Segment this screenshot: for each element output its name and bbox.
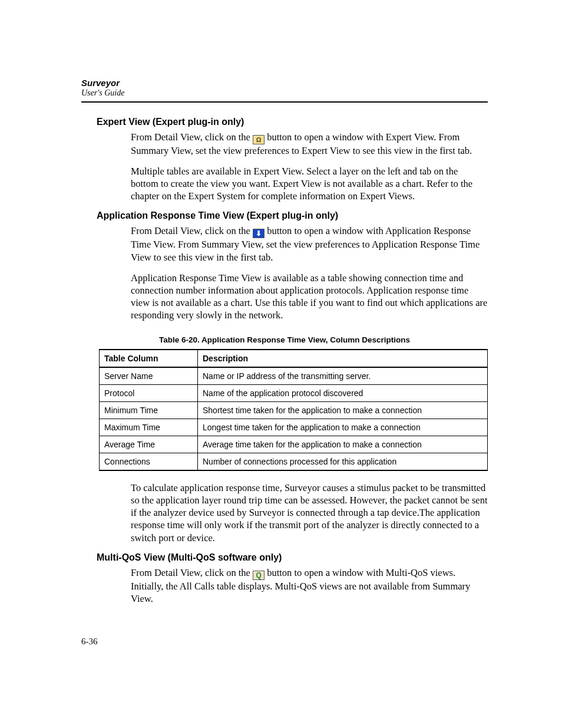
cell-desc: Average time taken for the application t… [198,436,488,453]
doc-title: Surveyor [81,78,488,88]
expert-para-2: Multiple tables are available in Expert … [131,165,488,202]
expert-para-1: From Detail View, click on the Ω button … [131,131,488,157]
art-after-para: To calculate application response time, … [131,482,488,544]
art-column-table: Table Column Description Server Name Nam… [99,349,488,471]
text: From Detail View, click on the [131,131,253,143]
response-time-icon: ⬇ [253,229,265,238]
multiqos-icon: Q [253,571,265,580]
table-row: Connections Number of connections proces… [100,453,488,471]
header-rule [81,101,488,103]
heading-art-view: Application Response Time View (Expert p… [97,210,488,221]
cell-col: Maximum Time [100,419,198,436]
cell-col: Minimum Time [100,402,198,419]
cell-desc: Shortest time taken for the application … [198,402,488,419]
doc-subtitle: User's Guide [81,88,488,98]
cell-desc: Name or IP address of the transmitting s… [198,367,488,385]
art-para-1: From Detail View, click on the ⬇ button … [131,225,488,263]
text: From Detail View, click on the [131,225,253,236]
table-row: Average Time Average time taken for the … [100,436,488,453]
cell-col: Protocol [100,385,198,402]
heading-multiqos-view: Multi-QoS View (Multi-QoS software only) [97,552,488,563]
table-row: Minimum Time Shortest time taken for the… [100,402,488,419]
heading-expert-view: Expert View (Expert plug-in only) [97,117,488,127]
table-caption: Table 6-20. Application Response Time Vi… [81,335,488,344]
table-row: Server Name Name or IP address of the tr… [100,367,488,385]
table-header-column: Table Column [100,350,198,367]
table-row: Maximum Time Longest time taken for the … [100,419,488,436]
table-header-description: Description [198,350,488,367]
table-row: Protocol Name of the application protoco… [100,385,488,402]
cell-desc: Name of the application protocol discove… [198,385,488,402]
art-para-2: Application Response Time View is availa… [131,272,488,321]
cell-desc: Number of connections processed for this… [198,453,488,471]
cell-desc: Longest time taken for the application t… [198,419,488,436]
cell-col: Server Name [100,367,198,385]
cell-col: Connections [100,453,198,471]
qos-para-1: From Detail View, click on the Q button … [131,566,488,605]
page-number: 6-36 [81,637,98,647]
expert-view-icon: Ω [253,135,265,144]
text: From Detail View, click on the [131,567,253,578]
cell-col: Average Time [100,436,198,453]
